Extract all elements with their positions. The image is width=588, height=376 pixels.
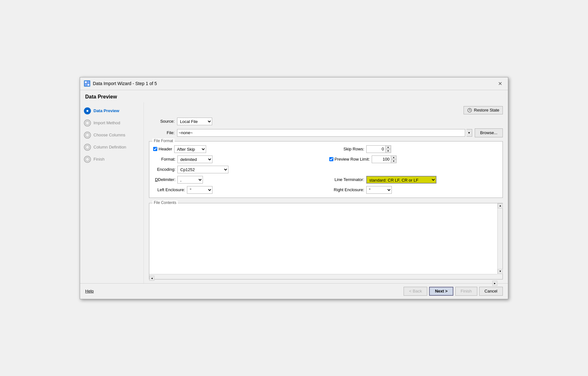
step-icon-choose-columns	[84, 132, 91, 139]
format-label: Format:	[153, 157, 175, 162]
sidebar-item-data-preview[interactable]: Data Preview	[80, 105, 144, 117]
preview-row-limit-down-btn[interactable]: ▼	[391, 159, 396, 163]
delimiter-row: DDelimiter: ,	[153, 176, 323, 184]
scrollbar-corner	[497, 274, 502, 279]
file-text-input[interactable]	[177, 129, 465, 137]
sidebar-item-column-definition[interactable]: Column Definition	[80, 141, 144, 153]
delimiter-label: DDelimiter:	[153, 177, 175, 182]
format-select[interactable]: delimited	[177, 155, 212, 163]
file-contents-section: File Contents ▲ ▼ ◄ ►	[149, 203, 503, 279]
left-enclosure-select[interactable]: "	[187, 186, 212, 194]
delimiter-select[interactable]: ,	[177, 176, 203, 184]
encoding-row: Encoding: Cp1252	[153, 166, 323, 173]
file-contents-inner[interactable]	[149, 203, 502, 279]
file-dropdown-button[interactable]: ▼	[466, 129, 472, 137]
dialog-window: Data Import Wizard - Step 1 of 5 ✕ Data …	[80, 77, 508, 299]
preview-row-limit-row: Preview Row Limit: ▲ ▼	[329, 155, 499, 163]
browse-button[interactable]: Browse...	[475, 128, 503, 137]
close-button[interactable]: ✕	[496, 80, 504, 87]
format-row: Format: delimited	[153, 155, 323, 163]
vertical-scrollbar[interactable]: ▲ ▼	[497, 203, 502, 274]
finish-button[interactable]: Finish	[455, 287, 477, 296]
title-bar: Data Import Wizard - Step 1 of 5 ✕	[80, 77, 508, 90]
restore-state-icon	[467, 108, 472, 113]
svg-point-8	[86, 145, 89, 149]
source-label: Source:	[149, 119, 175, 124]
skip-rows-row: Skip Rows: ▲ ▼	[329, 145, 499, 153]
help-button[interactable]: Help	[85, 289, 94, 293]
next-button[interactable]: Next >	[429, 287, 453, 296]
sidebar-label-data-preview: Data Preview	[93, 108, 119, 113]
file-format-section: File Format Header After Skip	[149, 141, 503, 198]
sidebar-label-column-definition: Column Definition	[93, 145, 126, 149]
encoding-label: Encoding:	[153, 167, 175, 172]
horizontal-scrollbar[interactable]: ◄ ►	[149, 274, 497, 279]
restore-state-button[interactable]: Restore State	[464, 106, 503, 114]
page-header: Data Preview	[80, 90, 508, 102]
svg-point-6	[86, 121, 89, 125]
scroll-down-btn[interactable]: ▼	[498, 269, 503, 274]
step-icon-import-method	[84, 119, 91, 127]
scroll-right-btn[interactable]: ►	[492, 281, 497, 286]
header-label: Header	[159, 147, 172, 151]
right-enclosure-label: Right Enclosure:	[329, 187, 364, 192]
preview-row-limit-input[interactable]	[372, 155, 391, 163]
step-icon-finish	[84, 156, 91, 163]
skip-rows-input[interactable]	[366, 145, 385, 153]
format-grid: Header After Skip Skip Rows: ▲	[153, 145, 499, 194]
sidebar-label-choose-columns: Choose Columns	[93, 133, 125, 137]
skip-rows-up-btn[interactable]: ▲	[386, 146, 391, 149]
right-enclosure-row: Right Enclosure: "	[329, 186, 499, 194]
preview-row-limit-spinner-btns: ▲ ▼	[391, 155, 397, 163]
bottom-right-buttons: < Back Next > Finish Cancel	[404, 287, 503, 296]
header-option-select[interactable]: After Skip	[174, 145, 206, 153]
source-row: Source: Local File	[149, 118, 503, 125]
svg-rect-3	[87, 84, 89, 86]
svg-point-5	[86, 110, 88, 112]
preview-row-limit-label[interactable]: Preview Row Limit:	[329, 157, 370, 162]
right-enclosure-select[interactable]: "	[366, 186, 392, 194]
source-select[interactable]: Local File	[177, 118, 212, 125]
svg-rect-2	[85, 84, 87, 86]
line-terminator-row: Line Terminator: standard: CR LF, CR or …	[329, 176, 499, 184]
svg-point-7	[86, 133, 89, 137]
scroll-up-btn[interactable]: ▲	[498, 203, 503, 208]
sidebar-item-choose-columns[interactable]: Choose Columns	[80, 129, 144, 141]
title-bar-left: Data Import Wizard - Step 1 of 5	[84, 80, 157, 87]
file-contents-legend: File Contents	[153, 200, 178, 205]
sidebar-label-import-method: Import Method	[93, 120, 120, 125]
content-area: Data Preview Import Method Choose Column…	[80, 102, 508, 283]
sidebar-label-finish: Finish	[93, 157, 105, 162]
preview-row-limit-up-btn[interactable]: ▲	[391, 156, 396, 160]
step-icon-data-preview	[84, 107, 91, 114]
sidebar-item-finish[interactable]: Finish	[80, 153, 144, 165]
header-checkbox-label[interactable]: Header	[153, 147, 172, 151]
back-button[interactable]: < Back	[404, 287, 427, 296]
encoding-right-empty	[329, 166, 499, 173]
sidebar: Data Preview Import Method Choose Column…	[80, 102, 144, 283]
left-enclosure-row: Left Enclosure: "	[153, 186, 323, 194]
app-icon	[84, 80, 90, 87]
skip-rows-down-btn[interactable]: ▼	[386, 149, 391, 153]
header-checkbox[interactable]	[153, 147, 157, 151]
skip-rows-spinner: ▲ ▼	[366, 145, 391, 153]
svg-rect-0	[85, 81, 87, 83]
window-title: Data Import Wizard - Step 1 of 5	[93, 81, 157, 86]
encoding-select[interactable]: Cp1252	[177, 166, 228, 173]
file-input-container: ▼	[177, 129, 472, 137]
line-terminator-select[interactable]: standard: CR LF, CR or LF	[366, 176, 436, 184]
sidebar-item-import-method[interactable]: Import Method	[80, 117, 144, 129]
skip-rows-label: Skip Rows:	[329, 147, 364, 151]
skip-rows-spinner-btns: ▲ ▼	[385, 145, 391, 153]
preview-row-limit-text: Preview Row Limit:	[335, 157, 370, 162]
file-label: File:	[149, 130, 175, 135]
page-title: Data Preview	[85, 94, 117, 99]
header-row: Restore State	[149, 106, 503, 114]
svg-point-9	[86, 157, 89, 161]
file-row: File: ▼ Browse...	[149, 128, 503, 137]
bottom-bar: Help < Back Next > Finish Cancel	[80, 283, 508, 299]
scroll-left-btn[interactable]: ◄	[149, 276, 154, 281]
preview-row-limit-checkbox[interactable]	[329, 157, 333, 161]
cancel-button[interactable]: Cancel	[479, 287, 503, 296]
step-icon-column-definition	[84, 144, 91, 151]
